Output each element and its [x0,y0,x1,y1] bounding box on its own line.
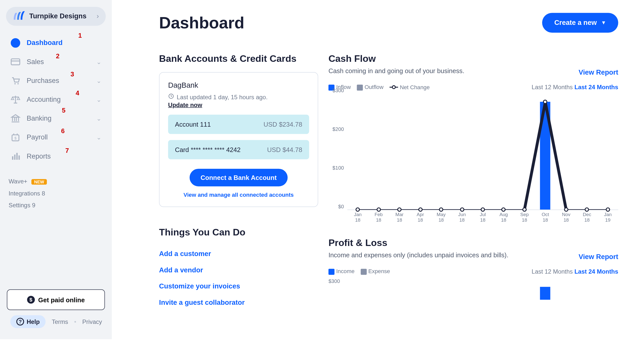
annotation-badge: 2 [56,52,59,60]
x-tick-label: Jan19 [597,212,618,223]
wave-logo-icon [13,11,25,21]
net-point [397,207,401,212]
x-tick-label: Dec18 [577,212,597,223]
nav-label: Settings [9,202,30,209]
help-icon: ? [16,318,24,326]
connect-bank-button[interactable]: Connect a Bank Account [189,169,288,186]
svg-point-28 [392,85,395,88]
svg-point-3 [17,41,18,42]
nav-accounting[interactable]: Accounting 4 ⌄ [5,90,107,109]
nav-label: Sales [27,58,44,66]
sidebar: Turnpike Designs › Dashboard 1 Sales 2 ⌄… [0,0,112,339]
sidebar-bottom: $ Get paid online ? Help Terms • Privacy [4,285,108,334]
updated-text: Last updated 1 day, 15 hours ago. [177,93,267,100]
svg-text:$: $ [14,136,17,140]
nav-payroll[interactable]: $ Payroll 6 ⌄ [5,128,107,147]
annotation-badge: 7 [65,147,69,154]
update-now-link[interactable]: Update now [168,101,202,108]
period-12m[interactable]: Last 12 Months [532,268,573,275]
pl-view-report-link[interactable]: View Report [579,253,618,261]
bank-name: DagBank [168,81,309,90]
period-12m[interactable]: Last 12 Months [532,84,573,90]
business-switcher[interactable]: Turnpike Designs › [6,7,106,26]
nav-wave-plus[interactable]: Wave+ NEW [9,175,103,187]
account-row[interactable]: Card **** **** **** 4242 USD $44.78 [168,140,309,159]
chevron-down-icon: ⌄ [96,96,102,103]
svg-rect-6 [11,59,20,65]
chevron-down-icon: ⌄ [96,134,102,141]
net-point [356,207,360,212]
net-point [606,207,610,212]
help-button[interactable]: ? Help [10,315,46,328]
net-point [418,207,422,212]
x-axis-labels: Jan18Feb18Mar18Apr18May18Jun18Jul18Aug18… [347,212,618,223]
cashflow-period: Last 12 Months Last 24 Months [532,84,618,90]
nav-label: Reports [27,153,51,160]
net-point [481,207,485,212]
plot-area [347,94,618,210]
net-point [377,207,381,212]
nav-label: Dashboard [27,39,63,47]
nav-label: Accounting [27,96,61,104]
legend-outflow: Outflow [357,84,383,91]
svg-point-4 [13,44,14,45]
cashflow-subtitle: Cash coming in and going out of your bus… [329,67,464,74]
get-paid-online-button[interactable]: $ Get paid online [7,289,105,310]
nav-purchases[interactable]: Purchases 3 ⌄ [5,71,107,90]
svg-rect-23 [14,155,15,160]
svg-point-8 [14,83,16,84]
card-icon [10,57,21,67]
dashboard-icon [10,38,21,48]
create-new-button[interactable]: Create a new ▼ [542,13,618,33]
income-swatch-icon [329,269,335,275]
pl-title: Profit & Loss [329,237,508,248]
secondary-nav: Wave+ NEW Integrations 8 Settings 9 [4,168,108,211]
annotation-badge: 1 [78,32,82,39]
nav-reports[interactable]: Reports 7 [5,147,107,166]
account-name: Card **** **** **** 4242 [175,146,241,153]
svg-point-9 [17,83,19,84]
privacy-link[interactable]: Privacy [82,318,102,325]
y-tick-label: $300 [329,278,340,284]
legend-income: Income [329,268,355,275]
net-point [501,207,506,212]
nav-dashboard[interactable]: Dashboard 1 [5,33,107,52]
caret-down-icon: ▼ [601,20,606,26]
plot-area [347,278,618,300]
cashflow-view-report-link[interactable]: View Report [579,69,618,76]
nav-banking[interactable]: Banking 5 ⌄ [5,109,107,128]
nav-label: Purchases [27,77,59,85]
y-tick-label: $300 [333,88,344,94]
terms-link[interactable]: Terms [52,318,68,325]
account-balance: USD $234.78 [263,121,302,128]
annotation-badge: 6 [61,127,65,134]
things-item-customize-invoices[interactable]: Customize your invoices [159,278,318,294]
cashflow-title: Cash Flow [329,53,464,64]
nav-sales[interactable]: Sales 2 ⌄ [5,52,107,71]
legend-net: Net Change [389,84,430,90]
button-label: Create a new [554,19,597,27]
things-item-invite-collaborator[interactable]: Invite a guest collaborator [159,294,318,311]
last-updated: Last updated 1 day, 15 hours ago. [168,93,309,101]
nav-integrations[interactable]: Integrations 8 [9,187,103,199]
legend-expense: Expense [360,268,390,275]
pl-section: Profit & Loss Income and expenses only (… [329,237,618,300]
things-item-add-vendor[interactable]: Add a vendor [159,262,318,278]
nav-settings[interactable]: Settings 9 [9,199,103,211]
net-point [439,207,443,212]
period-24m[interactable]: Last 24 Months [574,268,618,275]
y-axis: $0$100$200$300 [329,94,344,210]
svg-point-5 [17,44,18,45]
separator-dot: • [74,318,76,325]
manage-accounts-link[interactable]: View and manage all connected accounts [168,191,309,198]
period-24m[interactable]: Last 24 Months [574,84,618,90]
pl-chart: $300 [329,278,618,300]
things-item-add-customer[interactable]: Add a customer [159,246,318,262]
x-tick-label: Feb18 [368,212,389,223]
payroll-icon: $ [10,132,21,142]
annotation-badge: 4 [76,89,79,96]
account-row[interactable]: Account 111 USD $234.78 [168,115,309,134]
nav-label: Integrations [9,190,40,196]
svg-point-2 [13,41,14,42]
cashflow-chart: $0$100$200$300 Jan18Feb18Mar18Apr18May18… [329,94,618,223]
